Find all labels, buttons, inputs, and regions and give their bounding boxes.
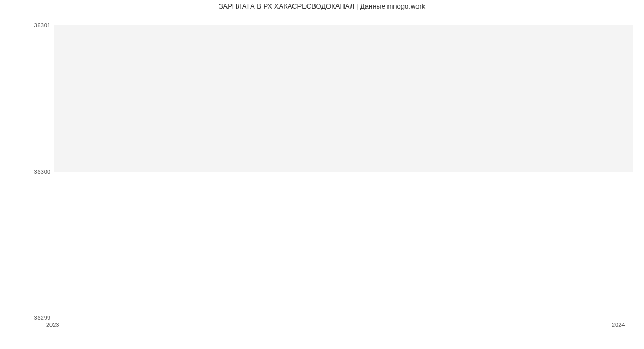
chart-title: ЗАРПЛАТА В РХ ХАКАСРЕСВОДОКАНАЛ | Данные…: [0, 0, 644, 12]
plot-region: [54, 25, 633, 318]
ytick-mid: 36300: [8, 169, 50, 175]
chart-area: 36301 36300 36299 2023 2024: [0, 12, 644, 345]
data-line: [54, 172, 633, 172]
xtick-left: 2023: [46, 322, 59, 328]
ytick-top: 36301: [8, 22, 50, 28]
area-fill: [54, 25, 633, 172]
xtick-right: 2024: [612, 322, 625, 328]
ytick-bottom: 36299: [8, 315, 50, 321]
